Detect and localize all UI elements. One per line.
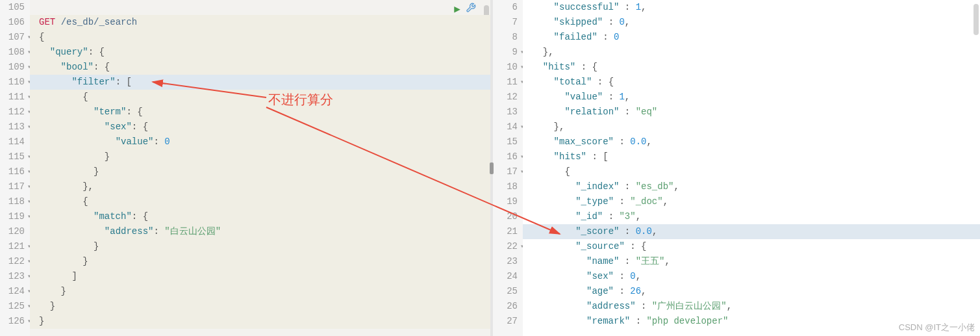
code-line[interactable]: "skipped" : 0, (523, 15, 980, 30)
line-number: 18 (493, 179, 518, 194)
code-line[interactable]: } (30, 239, 490, 254)
code-line[interactable]: "sex" : 0, (523, 269, 980, 284)
code-line[interactable]: "_type" : "_doc", (523, 194, 980, 209)
line-number: 119 (0, 209, 25, 224)
line-number: 7 (493, 15, 518, 30)
line-number: 27 (493, 314, 518, 329)
line-number: 113 (0, 120, 25, 135)
line-number: 10 (493, 60, 518, 75)
code-line[interactable]: { (30, 90, 490, 105)
code-line[interactable]: "term": { (30, 105, 490, 120)
line-number: 8 (493, 30, 518, 45)
line-number: 13 (493, 105, 518, 120)
left-line-gutter: 1051061071081091101111121131141151161171… (0, 0, 30, 336)
code-line[interactable]: "relation" : "eq" (523, 105, 980, 120)
code-line[interactable] (30, 0, 490, 15)
line-number: 16 (493, 149, 518, 164)
line-number: 116 (0, 164, 25, 179)
line-number: 17 (493, 164, 518, 179)
line-number: 126 (0, 314, 25, 329)
line-number: 120 (0, 224, 25, 239)
code-line[interactable]: "_score" : 0.0, (523, 224, 980, 239)
code-line[interactable]: }, (30, 179, 490, 194)
code-line[interactable]: } (30, 284, 490, 299)
code-line[interactable]: { (523, 164, 980, 179)
code-line[interactable]: { (30, 194, 490, 209)
line-number: 14 (493, 120, 518, 135)
code-line[interactable]: "bool": { (30, 60, 490, 75)
line-number: 112 (0, 105, 25, 120)
response-panel: 6789101112131415161718192021222324252627… (493, 0, 980, 336)
code-line[interactable]: "value" : 1, (523, 90, 980, 105)
code-line[interactable]: "successful" : 1, (523, 0, 980, 15)
line-number: 6 (493, 0, 518, 15)
line-number: 15 (493, 135, 518, 149)
code-line[interactable]: GET /es_db/_search (30, 15, 490, 30)
code-line[interactable]: "query": { (30, 45, 490, 60)
line-number: 108 (0, 45, 25, 60)
line-number: 110 (0, 75, 25, 90)
line-number: 21 (493, 224, 518, 239)
response-code-area[interactable]: "successful" : 1, "skipped" : 0, "failed… (523, 0, 980, 336)
line-number: 118 (0, 194, 25, 209)
line-number: 107 (0, 30, 25, 45)
code-line[interactable]: "max_score" : 0.0, (523, 135, 980, 149)
watermark-text: CSDN @IT之一小佬 (899, 322, 975, 333)
line-number: 11 (493, 75, 518, 90)
code-line[interactable]: "address": "白云山公园" (30, 224, 490, 239)
code-line[interactable]: } (30, 164, 490, 179)
line-number: 115 (0, 149, 25, 164)
code-line[interactable]: "filter": [ (30, 75, 490, 90)
line-number: 123 (0, 269, 25, 284)
line-number: 125 (0, 299, 25, 314)
code-line[interactable]: ] (30, 269, 490, 284)
code-line[interactable]: "address" : "广州白云山公园", (523, 299, 980, 314)
line-number: 124 (0, 284, 25, 299)
line-number: 122 (0, 254, 25, 269)
code-line[interactable]: "match": { (30, 209, 490, 224)
code-line[interactable]: } (30, 254, 490, 269)
line-number: 106 (0, 15, 25, 30)
line-number: 25 (493, 284, 518, 299)
code-line[interactable]: "sex": { (30, 120, 490, 135)
request-editor-panel[interactable]: 1051061071081091101111121131141151161171… (0, 0, 490, 336)
code-line[interactable]: { (30, 30, 490, 45)
code-line[interactable]: "failed" : 0 (523, 30, 980, 45)
code-line[interactable]: "_id" : "3", (523, 209, 980, 224)
code-line[interactable]: "value": 0 (30, 135, 490, 149)
request-code-area[interactable]: ▶ GET /es_db/_search{ "query": { "bool":… (30, 0, 490, 336)
line-number: 19 (493, 194, 518, 209)
line-number: 26 (493, 299, 518, 314)
line-number: 105 (0, 0, 25, 15)
line-number: 9 (493, 45, 518, 60)
line-number: 24 (493, 269, 518, 284)
code-line[interactable]: "_source" : { (523, 239, 980, 254)
code-line[interactable]: "_index" : "es_db", (523, 179, 980, 194)
code-line[interactable]: "age" : 26, (523, 284, 980, 299)
line-number: 22 (493, 239, 518, 254)
code-line[interactable]: } (30, 149, 490, 164)
line-number: 20 (493, 209, 518, 224)
code-line[interactable]: } (30, 314, 490, 329)
code-line[interactable]: "hits" : { (523, 60, 980, 75)
line-number: 12 (493, 90, 518, 105)
line-number: 121 (0, 239, 25, 254)
code-line[interactable]: "hits" : [ (523, 149, 980, 164)
line-number: 23 (493, 254, 518, 269)
line-number: 117 (0, 179, 25, 194)
code-line[interactable]: "name" : "王五", (523, 254, 980, 269)
right-line-gutter: 6789101112131415161718192021222324252627 (493, 0, 523, 336)
line-number: 111 (0, 90, 25, 105)
code-line[interactable]: } (30, 299, 490, 314)
line-number: 109 (0, 60, 25, 75)
code-line[interactable]: }, (523, 120, 980, 135)
code-line[interactable]: "total" : { (523, 75, 980, 90)
line-number: 114 (0, 135, 25, 149)
code-line[interactable]: }, (523, 45, 980, 60)
